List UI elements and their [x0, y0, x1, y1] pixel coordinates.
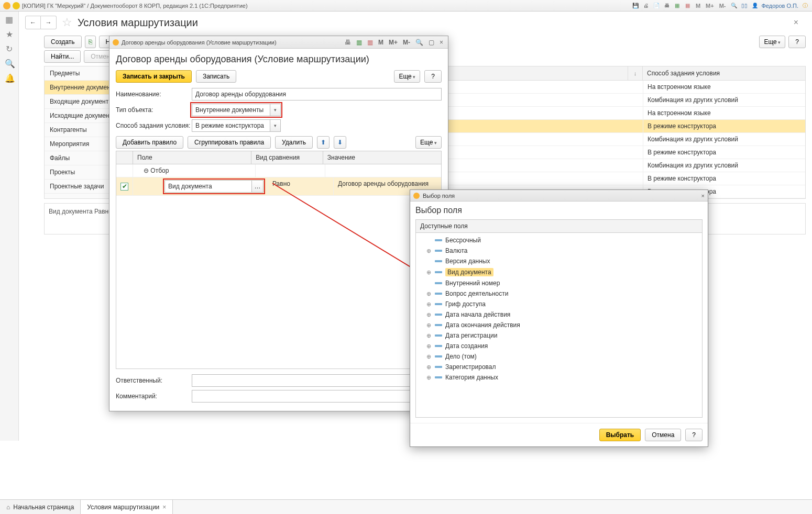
user-icon: 👤: [751, 2, 759, 9]
chevron-down-icon[interactable]: ▾: [270, 120, 280, 131]
label-mode: Способ задания условия:: [116, 122, 192, 129]
m-btn[interactable]: M: [695, 3, 701, 9]
app-titlebar: [КОПИЯ] ГК "Меркурий" / Документооборот …: [0, 0, 812, 12]
label-comment: Комментарий:: [116, 393, 192, 400]
favorite-star-icon[interactable]: ☆: [62, 16, 72, 29]
field-item[interactable]: ⊕Вид документа: [416, 266, 702, 278]
field-item[interactable]: Версия данных: [416, 256, 702, 266]
app-icon: [3, 2, 10, 9]
move-down-button[interactable]: ⬇: [334, 136, 346, 149]
rules-more-button[interactable]: Еще: [415, 136, 442, 149]
zoom-icon[interactable]: 🔍: [730, 2, 738, 9]
col-cmp[interactable]: Вид сравнения: [251, 151, 323, 164]
field-item[interactable]: ⊕Зарегистрировал: [416, 362, 702, 372]
modal2-help-button[interactable]: ?: [685, 429, 703, 441]
search-icon[interactable]: 🔍: [5, 59, 14, 68]
field-item[interactable]: ⊕Категория данных: [416, 372, 702, 383]
field-item[interactable]: Внутренний номер: [416, 278, 702, 288]
move-up-button[interactable]: ⬆: [317, 136, 330, 149]
field-item[interactable]: ⊕Дата окончания действия: [416, 320, 702, 330]
save-close-button[interactable]: Записать и закрыть: [116, 70, 192, 83]
modal-wintitle: Договор аренды оборудования (Условие мар…: [122, 39, 277, 46]
cancel-button[interactable]: Отмена: [645, 429, 681, 441]
responsible-field[interactable]: [192, 374, 442, 387]
doc-icon[interactable]: 📄: [653, 2, 660, 9]
field-item[interactable]: ⊕Дата создания: [416, 341, 702, 351]
col-field[interactable]: Поле: [133, 151, 251, 164]
create-button[interactable]: Создать: [44, 36, 82, 48]
col-sort-icon[interactable]: [628, 66, 643, 80]
print-icon[interactable]: 🖨: [642, 2, 650, 9]
modal-max-icon[interactable]: ▢: [427, 39, 436, 46]
condition-editor-modal: Договор аренды оборудования (Условие мар…: [109, 36, 448, 411]
delete-rule-button[interactable]: Удалить: [275, 136, 313, 149]
field-input[interactable]: Вид документа …: [164, 180, 264, 193]
left-rail: ▦ ★ ↻ 🔍 🔔: [0, 12, 19, 441]
rule-checkbox[interactable]: ✔: [120, 183, 128, 191]
comment-field[interactable]: [192, 390, 442, 403]
modal-close-icon[interactable]: ×: [438, 39, 445, 46]
field-item[interactable]: ⊕Гриф доступа: [416, 299, 702, 309]
group-rules-button[interactable]: Сгруппировать правила: [188, 136, 271, 149]
col-value[interactable]: Значение: [323, 151, 441, 164]
select-button[interactable]: Выбрать: [599, 429, 641, 441]
help-button[interactable]: ?: [788, 36, 806, 48]
col-cond[interactable]: Способ задания условия: [643, 66, 805, 80]
calendar-icon[interactable]: ▦: [674, 2, 681, 9]
modal-m-btn[interactable]: M: [377, 39, 385, 46]
field-item[interactable]: ⊕Вопрос деятельности: [416, 288, 702, 299]
mplus-btn[interactable]: M+: [705, 3, 715, 9]
modal2-title: Выбор поля: [415, 206, 703, 215]
tab-home[interactable]: Начальная страница: [0, 500, 81, 514]
rule-row[interactable]: ✔ Вид документа … Равно Договор аренды о…: [116, 177, 441, 196]
info-icon[interactable]: ⓘ: [802, 2, 809, 9]
modal-print-icon[interactable]: 🖶: [343, 39, 353, 46]
chevron-down-icon[interactable]: ▾: [270, 104, 280, 116]
modal2-close-icon[interactable]: ×: [701, 193, 705, 199]
field-item[interactable]: ⊕Валюта: [416, 245, 702, 256]
save-icon[interactable]: 💾: [632, 2, 639, 9]
nav-back-button[interactable]: ←: [25, 16, 41, 29]
mode-value: В режиме конструктора: [195, 122, 264, 129]
object-type-combo[interactable]: Внутренние документы ▾: [192, 104, 281, 116]
mminus-btn[interactable]: M-: [718, 3, 727, 9]
tab-close-icon[interactable]: ×: [162, 504, 166, 511]
bell-icon[interactable]: 🔔: [5, 73, 14, 83]
modal2-wintitle: Выбор поля: [423, 193, 455, 199]
ellipsis-button[interactable]: …: [251, 181, 263, 192]
modal-cal-icon[interactable]: ▦: [355, 39, 364, 46]
panel-icon[interactable]: ▯▯: [741, 2, 748, 9]
printer2-icon[interactable]: 🖶: [663, 2, 671, 9]
modal-mplus-btn[interactable]: M+: [387, 39, 399, 46]
avail-header[interactable]: Доступные поля: [416, 220, 702, 233]
page-close-icon[interactable]: ×: [794, 18, 798, 27]
modal-cal2-icon[interactable]: ▦: [366, 39, 375, 46]
star-icon[interactable]: ★: [5, 29, 14, 39]
field-item[interactable]: Бессрочный: [416, 235, 702, 245]
field-item[interactable]: ⊕Дата регистрации: [416, 330, 702, 341]
mode-combo[interactable]: В режиме конструктора ▾: [192, 119, 281, 132]
history-icon[interactable]: ↻: [5, 44, 14, 53]
bottom-tabs: Начальная страница Условия маршрутизации…: [0, 499, 812, 514]
tab-active[interactable]: Условия маршрутизации ×: [81, 500, 173, 514]
modal2-icon: [413, 193, 420, 199]
user-name[interactable]: Федоров О.П.: [762, 3, 799, 9]
nav-fwd-button[interactable]: →: [41, 16, 57, 29]
field-item[interactable]: ⊕Дата начала действия: [416, 309, 702, 320]
copy-button[interactable]: ⎘: [85, 36, 96, 48]
save-button[interactable]: Записать: [196, 70, 236, 83]
modal-help-button[interactable]: ?: [424, 70, 442, 83]
find2-button[interactable]: Найти...: [44, 50, 81, 63]
name-field[interactable]: Договор аренды оборудования: [192, 88, 442, 100]
filter-group-row[interactable]: ⊖ Отбор: [116, 164, 441, 177]
modal-zoom-icon[interactable]: 🔍: [414, 39, 425, 46]
modal-mminus-btn[interactable]: M-: [401, 39, 412, 46]
add-rule-button[interactable]: Добавить правило: [116, 136, 183, 149]
filter-group-label: Отбор: [150, 167, 169, 174]
calendar2-icon[interactable]: ▦: [684, 2, 692, 9]
more-button[interactable]: Еще: [759, 36, 785, 48]
cmp-cell[interactable]: Равно: [268, 177, 334, 195]
field-item[interactable]: ⊕Дело (том): [416, 351, 702, 362]
menu-icon[interactable]: ▦: [5, 15, 14, 24]
modal-more-button[interactable]: Еще: [394, 70, 420, 83]
